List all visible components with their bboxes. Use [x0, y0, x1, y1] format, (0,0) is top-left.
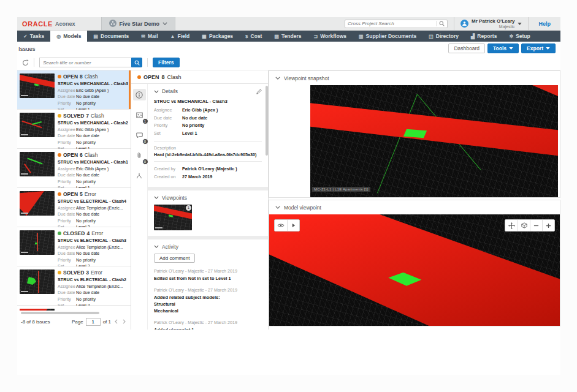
- scale-bar: [21, 95, 28, 96]
- project-selector[interactable]: Five Star Demo: [101, 17, 176, 30]
- field-label: Due date: [58, 251, 76, 257]
- export-button[interactable]: Export: [521, 43, 556, 53]
- zoom-in-button[interactable]: [542, 220, 554, 231]
- issue-number: 4: [86, 230, 90, 236]
- clash-element-green: [403, 129, 426, 138]
- nav-tab-directory[interactable]: ◫Directory: [422, 31, 465, 42]
- vertical-scrollbar-thumb[interactable]: [266, 86, 268, 156]
- eye-button[interactable]: [275, 220, 287, 231]
- page-of: of 1: [103, 319, 111, 325]
- activity-section-header[interactable]: Activity: [154, 244, 262, 250]
- model-viewport[interactable]: [269, 214, 560, 326]
- search-button[interactable]: [131, 58, 142, 67]
- viewpoint-snapshot-box: Viewpoint snapshot MC-Z1-L1 | L1E Apartm…: [269, 70, 560, 198]
- issue-list-item[interactable]: OPEN8ClashSTRUC vs MECHANICAL - Clash3As…: [17, 70, 131, 110]
- details-section-header[interactable]: Details: [154, 88, 262, 94]
- nav-tab-label: Packages: [209, 33, 233, 39]
- nav-tab-tenders[interactable]: ▨Tenders: [268, 31, 307, 42]
- zoom-out-button[interactable]: [530, 220, 542, 231]
- attachments-rail-button[interactable]: 0: [133, 149, 146, 161]
- edit-icon[interactable]: [256, 89, 262, 94]
- issue-title: STRUC vs MECHANICAL - Clash3: [58, 81, 128, 86]
- scrollbar-thumb[interactable]: [21, 312, 99, 314]
- field-label: Priority: [58, 140, 76, 146]
- orbit-button[interactable]: [518, 220, 530, 231]
- nav-tab-label: Cost: [251, 33, 262, 39]
- field-value: 27 March 2019: [182, 173, 212, 181]
- caret-down-icon: [518, 23, 522, 25]
- nav-tab-reports[interactable]: ▟Reports: [465, 31, 503, 42]
- tasks-icon: ✓: [23, 34, 28, 39]
- activity-text: Structural: [154, 301, 262, 307]
- page-title: Issues: [18, 45, 35, 52]
- nav-tab-documents[interactable]: ▤Documents: [87, 31, 135, 42]
- user-menu[interactable]: Mr Patrick O'Leary Majestic: [454, 17, 528, 30]
- issue-info: CLOSED4ErrorSTRUC vs ELECTRICAL - Clash3…: [58, 230, 128, 266]
- nav-tab-supplier-documents[interactable]: ▥Supplier Documents: [353, 31, 422, 42]
- search-icon[interactable]: [436, 21, 447, 26]
- play-button[interactable]: [287, 220, 299, 231]
- field-label: Assignee: [58, 88, 76, 94]
- primary-nav: ✓Tasks◎Models▤Documents✉Mail▲Field▦Packa…: [17, 31, 560, 42]
- viewpoint-count-badge: 1: [186, 205, 191, 211]
- issue-list-item[interactable]: CLOSED4ErrorSTRUC vs ELECTRICAL - Clash3…: [17, 227, 131, 266]
- field-label: Due date: [58, 290, 76, 296]
- activity-text: Added viewpoint 1: [154, 326, 262, 330]
- page-number-input[interactable]: [86, 318, 101, 326]
- next-page-button[interactable]: [121, 319, 127, 324]
- field-label: Priority: [58, 296, 76, 303]
- viewpoints-rail-button[interactable]: 1: [133, 109, 146, 121]
- issue-list-item[interactable]: OPEN6ClashSTRUC vs MECHANICAL - Clash1As…: [17, 149, 131, 188]
- help-link[interactable]: Help: [528, 17, 560, 30]
- nav-tab-tasks[interactable]: ✓Tasks: [17, 31, 50, 42]
- issue-thumbnail: [20, 74, 55, 98]
- nav-tab-cost[interactable]: $Cost: [239, 31, 268, 42]
- issue-status: OPEN: [63, 191, 78, 197]
- nav-tab-models[interactable]: ◎Models: [50, 31, 87, 42]
- nav-tab-field[interactable]: ▲Field: [164, 31, 196, 42]
- cross-project-search-input[interactable]: [345, 21, 436, 26]
- issue-list-item[interactable]: SOLVED3ErrorSTRUC vs ELECTRICAL - Clash2…: [17, 266, 131, 306]
- nav-tab-label: Setup: [516, 33, 530, 39]
- supplier-documents-icon: ▥: [359, 34, 364, 39]
- issue-status: SOLVED: [63, 270, 84, 276]
- dashboard-button[interactable]: Dashboard: [448, 43, 485, 53]
- field-value: No priority: [76, 257, 96, 264]
- setup-icon: ✲: [509, 34, 513, 39]
- brand-logo: ORACLE Aconex: [17, 17, 85, 30]
- page-actions: Dashboard Tools Export: [448, 43, 556, 53]
- play-icon: [292, 223, 296, 228]
- divider: [147, 58, 148, 67]
- issue-list-item[interactable]: SOLVED7ClashSTRUC vs MECHANICAL - Clash2…: [17, 110, 131, 149]
- chevron-down-icon: [154, 245, 159, 248]
- filters-button[interactable]: Filters: [153, 58, 180, 67]
- info-icon: [136, 91, 143, 99]
- field-value: Alice Templeton (Enzic...: [76, 205, 123, 212]
- user-name: Mr Patrick O'Leary: [472, 18, 514, 24]
- info-rail-button[interactable]: [133, 89, 146, 100]
- comments-rail-button[interactable]: 0: [133, 129, 146, 141]
- add-comment-button[interactable]: Add comment: [154, 254, 195, 263]
- nav-tab-mail[interactable]: ✉Mail: [135, 31, 164, 42]
- activity-entry: Patrick O'Leary - Majestic - 27 March 20…: [154, 287, 262, 314]
- issue-info: OPEN6ClashSTRUC vs MECHANICAL - Clash1As…: [58, 152, 128, 187]
- related-rail-button[interactable]: [133, 170, 146, 181]
- issue-search-input[interactable]: [39, 58, 131, 67]
- status-dot: [58, 232, 61, 235]
- description-value: Hard (id:2eb9edaf-bfdb-449d-a8ea-0fa7dc9…: [154, 152, 262, 157]
- previous-page-button[interactable]: [113, 319, 119, 324]
- issue-list-item[interactable]: OPEN5ErrorSTRUC vs ELECTRICAL - Clash4As…: [17, 188, 131, 227]
- issue-list-item[interactable]: [17, 306, 131, 311]
- nav-tab-setup[interactable]: ✲Setup: [503, 31, 536, 42]
- nav-tab-workflows[interactable]: ⊐Workflows: [307, 31, 353, 42]
- tools-button[interactable]: Tools: [487, 43, 519, 53]
- field-label: Priority: [154, 122, 182, 130]
- viewpoint-thumbnail[interactable]: 1: [154, 205, 192, 230]
- main-content: OPEN8ClashSTRUC vs MECHANICAL - Clash3As…: [17, 70, 560, 330]
- viewpoint-snapshot-header[interactable]: Viewpoint snapshot: [269, 71, 560, 85]
- viewpoints-section-header[interactable]: Viewpoints: [154, 195, 262, 201]
- model-viewpoint-header[interactable]: Model viewpoint: [269, 200, 560, 214]
- nav-tab-packages[interactable]: ▦Packages: [196, 31, 239, 42]
- refresh-icon[interactable]: [22, 59, 29, 66]
- pan-button[interactable]: [505, 220, 518, 231]
